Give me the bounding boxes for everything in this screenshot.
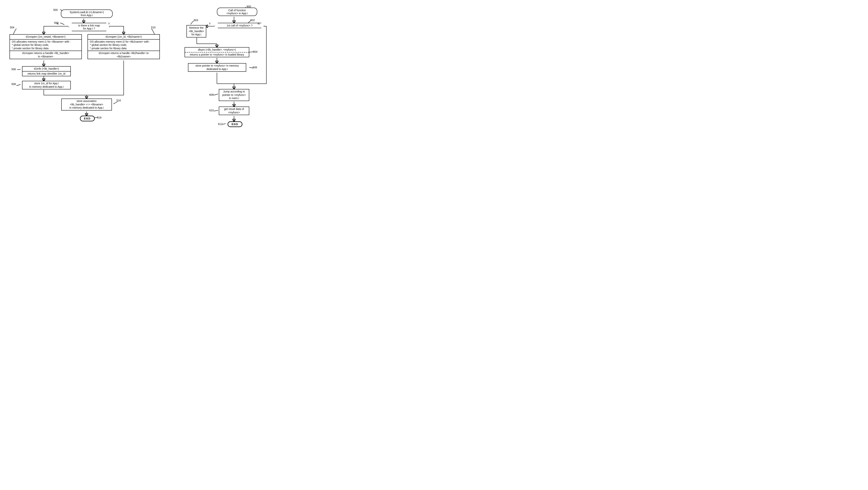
node-516-l3: in memory dedicated to App.i [64,106,110,109]
label-516: 516 [117,99,121,102]
node-603-l2: <lib_handle> [188,30,205,33]
node-504-body: OS allocates memory mem.i1 for <libname>… [10,39,82,51]
node-604-body: returns a pointer to <myfunc> in loaded … [185,53,249,57]
label-508: 508 [11,83,16,86]
node-502-line1: is there a link map [74,24,104,27]
node-500-line2: from App.i [64,14,110,17]
left-flowchart: SystemLoadLib (<Libname>) from App.i 500… [4,4,164,137]
node-510-process: d1mopen (1m_id, <lib2name>) OS allocates… [88,34,160,59]
node-500-terminator: SystemLoadLib (<Libname>) from App.i [61,9,113,18]
node-516-l1: store association [64,99,110,103]
node-500-line1: SystemLoadLib (<Libname>) [64,11,110,14]
right-flowchart: Call of function <myfunc> in App.i 600 1… [179,4,278,149]
label-600: 600 [247,5,251,8]
node-518-end: END [80,116,95,121]
label-510: 510 [151,26,155,29]
branch-label-n: N [57,22,59,25]
node-604-process: dlsym (<lib_handle>, <myfunc>) returns a… [185,47,249,57]
node-606-body: store pointer to <myfunc> in memory dedi… [188,64,246,71]
node-608-l1: Jump according to [221,90,247,93]
node-510-footer1: d1mopen returns a handle <lib2handle> to [90,52,158,55]
node-504-body1: OS allocates memory mem.i1 for <libname>… [12,40,80,43]
node-608-body: Jump according to pointer to <myfunc> in… [219,89,249,101]
node-516-body: store association <lib_handle> <-> <libn… [62,99,112,110]
branch-label-y: Y [108,22,110,25]
node-606-l2: dedicated to App.i [190,68,244,71]
node-606-process: store pointer to <myfunc> in memory dedi… [188,63,246,72]
label-506: 506 [11,68,16,71]
label-602: 602 [250,19,255,22]
node-504-footer1: d1mopen returns a handle <lib_handle> [12,52,80,55]
node-510-body: OS allocates memory mem.i2 for <lib2name… [88,39,159,51]
label-603: 603 [194,19,198,22]
node-600-terminator: Call of function <myfunc> in App.i [217,8,257,16]
node-610-process: get result data of <myfunc> [219,106,249,115]
node-510-body1: OS allocates memory mem.i2 for <lib2name… [90,40,158,43]
branch-label-n-r: N [258,22,259,25]
node-602-decision: 1st call of <myfunc> ? [215,23,265,28]
node-516-l2: <lib_handle> <-> <libname> [64,103,110,106]
node-510-footer2: <lib2name> [90,55,158,58]
node-510-footer: d1mopen returns a handle <lib2handle> to… [88,51,159,59]
node-610-l1: get result data of [221,107,247,111]
node-600-l2: <myfunc> in App.i [220,12,254,15]
label-608: 608 [209,93,214,96]
node-508-l2: in memory dedicated to App.i [24,85,68,89]
node-603-process: Retrieve the <lib_handle> for App.i [186,25,206,37]
node-504-footer: d1mopen returns a handle <lib_handle> to… [10,51,82,59]
node-602-text: 1st call of <myfunc> ? [220,24,259,27]
node-603-l3: for App.i [188,33,205,36]
node-504-header: d1mopen (1m_newid, <libname>) [10,35,82,39]
node-606-l1: store pointer to <myfunc> in memory [190,64,244,68]
page: SystemLoadLib (<Libname>) from App.i 500… [4,4,864,149]
node-504-footer2: to <libname> [12,55,80,58]
node-508-process: store 1m_id for App.i in memory dedicate… [22,81,71,89]
label-606: 606 [253,66,257,69]
node-510-body3: * private section for library data [90,47,158,50]
node-608-l2: pointer to <myfunc> [221,93,247,97]
node-608-l3: in mem.i [221,97,247,100]
node-506-header: d1info (<lib_handle>) [23,67,70,71]
node-508-line1: store 1m_id for App.i in memory dedicate… [23,81,70,89]
node-603-body: Retrieve the <lib_handle> for App.i [187,26,206,37]
node-603-l1: Retrieve the [188,26,205,30]
node-612-end: END [227,121,242,127]
label-610: 610 [209,109,214,112]
node-506-body: returns link map identifier 1m_id [23,71,70,76]
node-504-body2: * global section for library code, [12,43,80,47]
node-604-header: dlsym (<lib_handle>, <myfunc>) [185,47,249,53]
node-610-body: get result data of <myfunc> [219,107,249,115]
node-610-l2: <myfunc> [221,111,247,114]
label-612: 612 [218,123,222,126]
node-510-body2: * global section for library code, [90,43,158,47]
node-504-body3: * private section for library data [12,47,80,50]
node-600-l1: Call of function [220,9,254,12]
node-502-decision: is there a link map for App.i ? [68,23,110,31]
node-502-line2: for App.i ? [74,27,104,30]
label-500: 500 [53,8,58,11]
label-504: 504 [10,26,14,29]
label-604: 604 [253,50,257,53]
node-506-process: d1info (<lib_handle>) returns link map i… [22,66,71,76]
node-516-process: store association <lib_handle> <-> <libn… [61,99,112,110]
label-518: 518 [97,116,101,119]
node-608-process: Jump according to pointer to <myfunc> in… [219,89,249,101]
node-510-header: d1mopen (1m_id, <lib2name>) [88,35,159,39]
node-504-process: d1mopen (1m_newid, <libname>) OS allocat… [9,34,82,59]
branch-label-y-r: Y [209,22,211,25]
node-508-l1: store 1m_id for App.i [24,82,68,85]
